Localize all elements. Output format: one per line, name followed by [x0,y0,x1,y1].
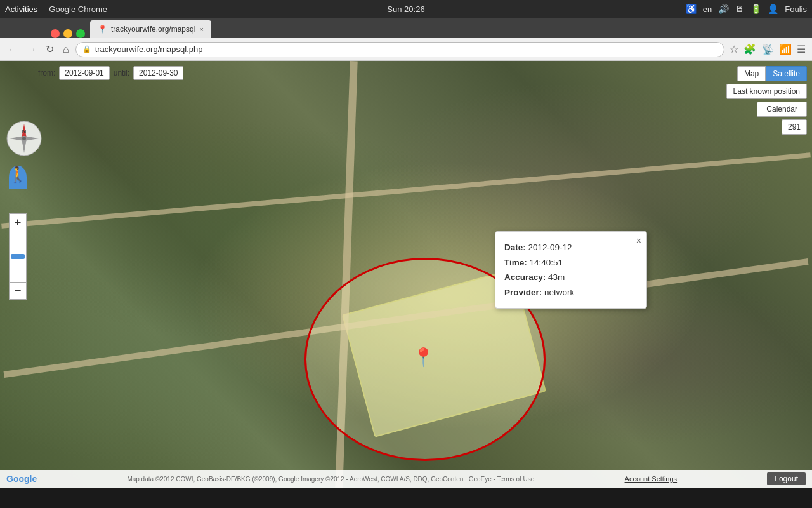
cast-icon[interactable]: 📡 [760,42,775,57]
volume-icon[interactable]: 🔊 [718,4,729,14]
svg-point-6 [22,137,26,140]
info-popup: × Date: 2012-09-12 Time: 14:40:51 Accura… [495,231,647,309]
battery-icon[interactable]: 🔋 [750,4,761,14]
clock: Sun 20:26 [387,4,424,14]
zoom-thumb[interactable] [11,254,25,259]
extensions-icon[interactable]: 🧩 [742,42,757,57]
date-from-input[interactable]: 2012-09-01 [59,66,109,80]
secure-icon: 🔒 [82,45,91,53]
compass-rose[interactable]: N [6,121,42,156]
browser-tab[interactable]: 📍 trackyourwife.org/mapsql × [90,20,211,38]
tab-close-button[interactable]: × [199,25,203,33]
map-type-satellite-button[interactable]: Satellite [766,66,807,81]
popup-date-label: Date: [504,243,526,252]
tab-title: trackyourwife.org/mapsql [111,25,195,34]
close-window-button[interactable] [51,29,60,38]
activities-label[interactable]: Activities [5,4,37,14]
last-position-button[interactable]: Last known position [726,84,807,99]
zoom-in-button[interactable]: + [9,213,27,231]
zoom-controls: + − [9,213,27,300]
date-range: from: 2012-09-01 until: 2012-09-30 [38,66,183,80]
map-container[interactable]: 📍 × Date: 2012-09-12 Time: 14:40:51 Accu… [0,61,812,488]
toolbar-icons: ☆ 🧩 📡 📶 ☰ [728,42,807,57]
address-bar: ← → ↻ ⌂ 🔒 trackyourwife.org/mapsql.php ☆… [0,38,812,61]
user-icon: 👤 [768,4,778,14]
google-logo: Google [6,474,37,484]
svg-text:N: N [22,128,27,135]
popup-accuracy-label: Accuracy: [504,272,546,282]
home-button[interactable]: ⌂ [60,43,72,57]
popup-accuracy-value: 43m [548,272,565,282]
zoom-slider[interactable] [9,231,27,282]
system-bar: Activities Google Chrome Sun 20:26 ♿ en … [0,0,812,18]
url-bar[interactable]: 🔒 trackyourwife.org/mapsql.php [75,42,724,57]
account-settings-link[interactable]: Account Settings [625,475,678,483]
tab-bar: 📍 trackyourwife.org/mapsql × [0,18,812,38]
maximize-window-button[interactable] [76,29,85,38]
bookmark-icon[interactable]: ☆ [728,42,740,57]
rss-icon[interactable]: 📶 [778,42,793,57]
popup-close-button[interactable]: × [636,236,641,246]
window-buttons [51,29,85,38]
popup-time-value: 14:40:51 [530,258,563,267]
url-text: trackyourwife.org/mapsql.php [95,44,203,54]
username[interactable]: Foulis [785,4,807,14]
map-credits: Map data ©2012 COWI, GeoBasis-DE/BKG (©2… [127,476,534,483]
logout-button[interactable]: Logout [767,472,806,485]
date-until-input[interactable]: 2012-09-30 [133,66,183,80]
map-type-map-button[interactable]: Map [737,66,766,81]
menu-icon[interactable]: ☰ [796,42,807,57]
sys-icons: ♿ en 🔊 🖥 🔋 👤 Foulis [686,4,807,14]
calendar-button[interactable]: Calendar [757,102,807,117]
reload-button[interactable]: ↻ [43,42,56,57]
minimize-window-button[interactable] [63,29,72,38]
from-label: from: [38,69,55,77]
tab-favicon: 📍 [98,25,107,34]
accessibility-icon: ♿ [686,4,697,14]
display-icon[interactable]: 🖥 [735,4,744,14]
pegman[interactable]: 🚶 [9,166,27,189]
top-right-controls: Map Satellite Last known position Calend… [726,66,807,135]
zoom-level-display: 291 [782,119,807,135]
forward-button[interactable]: → [24,43,39,57]
map-pin[interactable]: 📍 [412,347,435,368]
chrome-app-label[interactable]: Google Chrome [49,4,107,14]
popup-provider-label: Provider: [504,288,542,297]
popup-date-value: 2012-09-12 [528,243,572,252]
lang-indicator[interactable]: en [703,4,712,14]
bottom-bar: Google Map data ©2012 COWI, GeoBasis-DE/… [0,470,812,488]
popup-time-label: Time: [504,258,527,267]
back-button[interactable]: ← [5,43,20,57]
map-type-buttons: Map Satellite [737,66,807,81]
until-label: until: [114,69,129,77]
zoom-out-button[interactable]: − [9,282,27,300]
popup-provider-value: network [544,288,574,297]
